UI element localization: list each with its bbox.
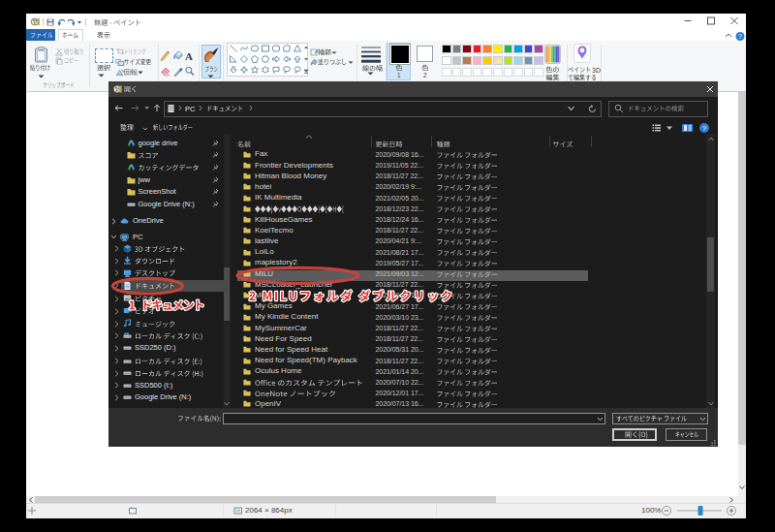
svg-text:?: ? [738,33,742,40]
svg-text:A: A [185,50,193,62]
svg-text:?: ? [702,124,707,133]
